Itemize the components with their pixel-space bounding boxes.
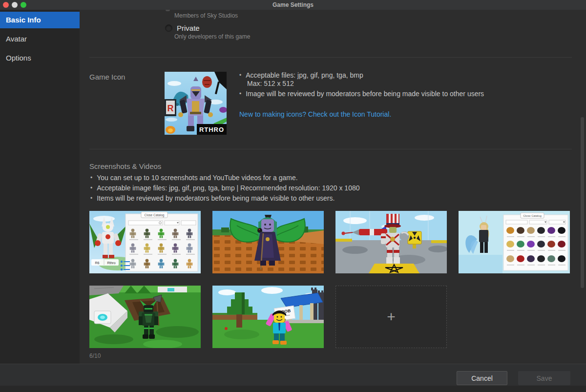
screenshot-counter: 6/10 [89, 352, 101, 359]
private-radio[interactable] [165, 24, 172, 32]
sidebar-item-basic-info[interactable]: Basic Info [0, 12, 80, 28]
settings-sidebar: Basic Info Avatar Options [0, 10, 80, 364]
screenshot-thumbnail-5[interactable] [89, 286, 201, 348]
dialog-footer: Cancel Save [0, 364, 586, 386]
screenshots-heading: Screenshots & Videos [89, 162, 161, 170]
screenshot-thumbnail-4[interactable]: Close Catalog [459, 211, 570, 273]
screenshot-row-1: Close Catalog [89, 211, 570, 273]
screenshots-requirements: You can set up to 10 screenshots and You… [90, 174, 530, 205]
hair-catalog-image: Close Catalog [459, 211, 570, 273]
roblox-r-sign-letter: R [167, 103, 174, 113]
private-option-label: Private [177, 24, 200, 32]
vertical-scrollbar-thumb[interactable] [581, 117, 584, 288]
basic-info-panel: Members of Sky Studios Private Only deve… [80, 10, 586, 364]
window-title: Game Settings [0, 1, 586, 8]
avatar-editor-catalog-image: Close Catalog [89, 211, 201, 273]
game-settings-window: Game Settings Basic Info Avatar Options … [0, 0, 586, 392]
game-icon-requirements: Acceptable files: jpg, gif, png, tga, bm… [239, 72, 562, 101]
r6-toggle-label: R6 [95, 261, 100, 265]
add-screenshot-button[interactable]: + [335, 286, 447, 348]
game-icon-image[interactable]: R [165, 72, 227, 135]
sidebar-item-avatar[interactable]: Avatar [0, 31, 80, 47]
sidebar-item-options[interactable]: Options [0, 50, 80, 66]
game-icon-bullet-2: Image will be reviewed by moderators bef… [246, 90, 484, 98]
private-option-description: Only developers of this game [174, 33, 250, 40]
game-icon-bullet-1: Acceptable files: jpg, gif, png, tga, bm… [246, 72, 363, 79]
green-knight-image [89, 286, 201, 348]
title-bar: Game Settings [0, 0, 586, 10]
zoom-button[interactable] [21, 2, 26, 8]
section-divider-1 [89, 57, 572, 58]
members-sublabel: Members of Sky Studios [174, 12, 238, 19]
cancel-button[interactable]: Cancel [457, 371, 507, 385]
noob-sign-image: NOOB [212, 286, 324, 348]
game-icon-label: Game Icon [89, 73, 125, 81]
rthro-toggle-label: Rthro [107, 261, 115, 265]
screenshot-thumbnail-3[interactable] [335, 211, 447, 273]
close-catalog-button-label-2: Close Catalog [523, 214, 542, 217]
icon-tutorial-link[interactable]: New to making icons? Check out the Icon … [239, 110, 391, 118]
save-button[interactable]: Save [518, 371, 570, 385]
tophat-avatar-image [335, 211, 447, 273]
screenshot-thumbnail-2[interactable] [212, 211, 324, 273]
screenshots-bullet-3: Items will be reviewed by moderators bef… [97, 195, 335, 202]
window-bottom-edge [0, 386, 586, 392]
plus-icon: + [387, 309, 396, 324]
game-icon-bullet-1-sub: Max: 512 x 512 [247, 80, 562, 87]
cutoff-radio-fragment [166, 10, 170, 11]
screenshot-row-2: NOOB [89, 286, 447, 348]
screenshot-thumbnail-6[interactable]: NOOB [212, 286, 324, 348]
screenshots-bullet-1: You can set up to 10 screenshots and You… [97, 174, 297, 182]
close-button[interactable] [3, 2, 9, 8]
minimize-button[interactable] [12, 2, 18, 8]
close-catalog-button-label: Close Catalog [145, 213, 165, 217]
section-divider-2 [89, 149, 572, 149]
screenshots-bullet-2: Acceptable image files: jpg, gif, png, t… [97, 185, 359, 192]
game-icon-rthro-art: R [165, 72, 227, 135]
winged-avatar-image [212, 211, 324, 273]
rthro-badge-label: RTHRO [199, 126, 224, 133]
screenshot-thumbnail-1[interactable]: Close Catalog [89, 211, 201, 273]
traffic-lights [3, 2, 26, 8]
